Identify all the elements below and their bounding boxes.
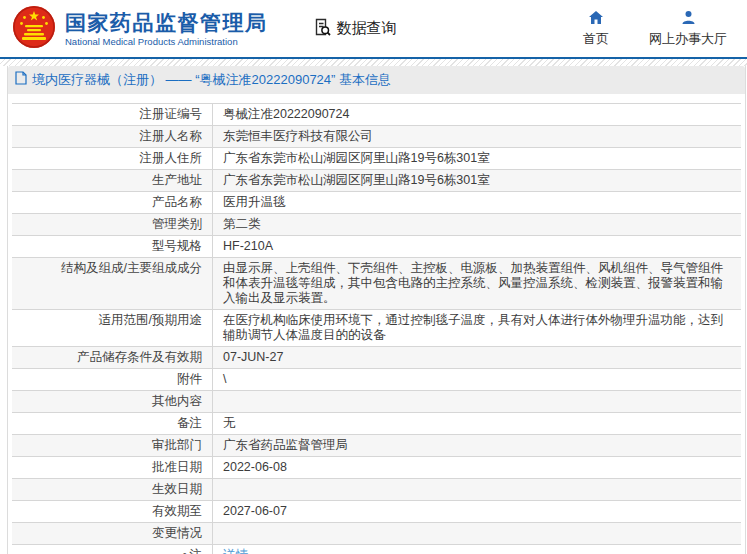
row-label: 管理类别 (12, 214, 213, 235)
row-value: 07-JUN-27 (213, 347, 741, 368)
page-title-bar: 境内医疗器械（注册） —— “粤械注准20222090724” 基本信息 (8, 66, 745, 94)
row-label: 审批部门 (12, 435, 213, 456)
nav-home-label: 首页 (583, 30, 609, 48)
row-value: 广东省东莞市松山湖园区阿里山路19号6栋301室 (213, 148, 741, 169)
row-value (213, 523, 741, 544)
note-dot-icon: ● (182, 550, 187, 554)
table-row: 生产地址广东省东莞市松山湖园区阿里山路19号6栋301室 (12, 169, 741, 191)
table-row: 附件\ (12, 368, 741, 390)
table-row: 注册证编号粤械注准20222090724 (12, 103, 741, 125)
row-label: 有效期至 (12, 501, 213, 522)
table-row: 变更情况 (12, 522, 741, 544)
detail-link[interactable]: 详情 (223, 548, 248, 554)
data-query-label: 数据查询 (337, 19, 397, 38)
row-value: 第二类 (213, 214, 741, 235)
data-query-icon (312, 17, 332, 40)
row-label: 变更情况 (12, 523, 213, 544)
row-value: 广东省药品监督管理局 (213, 435, 741, 456)
page-title: 境内医疗器械（注册） —— “粤械注准20222090724” 基本信息 (32, 71, 391, 89)
row-value (213, 479, 741, 500)
row-label: ●注 (12, 545, 213, 554)
row-value: 广东省东莞市松山湖园区阿里山路19号6栋301室 (213, 170, 741, 191)
table-row: 结构及组成/主要组成成分由显示屏、上壳组件、下壳组件、主控板、电源板、加热装置组… (12, 257, 741, 309)
agency-name: 国家药品监督管理局 (65, 11, 268, 35)
row-value: 2022-06-08 (213, 457, 741, 478)
row-label: 注册人名称 (12, 126, 213, 147)
row-value: 由显示屏、上壳组件、下壳组件、主控板、电源板、加热装置组件、风机组件、导气管组件… (213, 258, 741, 309)
row-label: 适用范围/预期用途 (12, 310, 213, 346)
row-value (213, 391, 741, 412)
row-value: 东莞恒丰医疗科技有限公司 (213, 126, 741, 147)
table-row: 适用范围/预期用途在医疗机构临床使用环境下，通过控制毯子温度，具有对人体进行体外… (12, 309, 741, 346)
table-row: 注册人名称东莞恒丰医疗科技有限公司 (12, 125, 741, 147)
document-icon (15, 71, 27, 89)
table-row: 批准日期2022-06-08 (12, 456, 741, 478)
row-label: 产品储存条件及有效期 (12, 347, 213, 368)
row-label: 注册证编号 (12, 104, 213, 125)
nav-service-hall[interactable]: 网上办事大厅 (649, 10, 727, 48)
row-label: 注册人住所 (12, 148, 213, 169)
row-label: 生产地址 (12, 170, 213, 191)
table-row: 管理类别第二类 (12, 213, 741, 235)
table-row: 型号规格HF-210A (12, 235, 741, 257)
row-label: 其他内容 (12, 391, 213, 412)
table-row: 审批部门广东省药品监督管理局 (12, 434, 741, 456)
row-value: 无 (213, 413, 741, 434)
row-value: 详情 (213, 545, 741, 554)
row-label: 型号规格 (12, 236, 213, 257)
row-value: HF-210A (213, 236, 741, 257)
table-row: 其他内容 (12, 390, 741, 412)
nmpa-logo[interactable]: 国家药品监督管理局 National Medical Products Admi… (12, 5, 268, 53)
table-row: 备注无 (12, 412, 741, 434)
table-row: 产品名称医用升温毯 (12, 191, 741, 213)
row-label: 产品名称 (12, 192, 213, 213)
user-icon (681, 10, 696, 28)
home-icon (588, 10, 604, 28)
row-value: \ (213, 369, 741, 390)
hatch-strip (0, 59, 747, 66)
row-value: 粤械注准20222090724 (213, 104, 741, 125)
row-value: 2027-06-07 (213, 501, 741, 522)
row-label: 备注 (12, 413, 213, 434)
table-row: 注册人住所广东省东莞市松山湖园区阿里山路19号6栋301室 (12, 147, 741, 169)
table-row: 产品储存条件及有效期07-JUN-27 (12, 346, 741, 368)
row-value: 医用升温毯 (213, 192, 741, 213)
table-row: 生效日期 (12, 478, 741, 500)
row-label: 生效日期 (12, 479, 213, 500)
table-row: 有效期至2027-06-07 (12, 500, 741, 522)
row-label: 批准日期 (12, 457, 213, 478)
table-row: ●注详情 (12, 544, 741, 554)
content-card: 境内医疗器械（注册） —— “粤械注准20222090724” 基本信息 注册证… (7, 66, 746, 554)
nav-home[interactable]: 首页 (583, 10, 609, 48)
info-table: 注册证编号粤械注准20222090724注册人名称东莞恒丰医疗科技有限公司注册人… (12, 103, 741, 554)
agency-name-en: National Medical Products Administration (65, 36, 268, 47)
row-value: 在医疗机构临床使用环境下，通过控制毯子温度，具有对人体进行体外物理升温功能，达到… (213, 310, 741, 346)
national-emblem-icon (12, 5, 56, 53)
row-label: 结构及组成/主要组成成分 (12, 258, 213, 309)
nav-data-query[interactable]: 数据查询 (312, 17, 397, 40)
site-header: 国家药品监督管理局 National Medical Products Admi… (0, 0, 747, 57)
row-label: 附件 (12, 369, 213, 390)
nav-service-hall-label: 网上办事大厅 (649, 30, 727, 48)
